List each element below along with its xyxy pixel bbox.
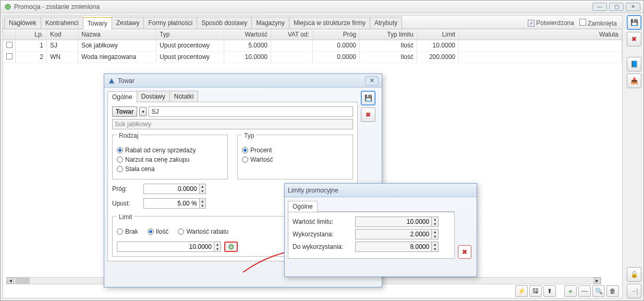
prog-label: Próg: — [112, 185, 143, 192]
limity-tab-ogolne[interactable]: Ogólne — [288, 201, 318, 212]
limity-dialog-title-bar: Limity promocyjne — [285, 184, 477, 197]
lightning-button[interactable]: ⚡ — [515, 285, 528, 297]
rodzaj-opt-rabat[interactable]: Rabat od ceny sprzedaży — [117, 147, 223, 154]
add-button[interactable]: ＋ — [564, 285, 577, 297]
tab-magazyny[interactable]: Magazyny — [251, 17, 289, 29]
towar-dialog-close[interactable]: ✕ — [365, 76, 379, 86]
scroll-left-button[interactable]: ◄ — [7, 278, 14, 284]
towar-lookup-button[interactable]: Towar — [112, 106, 137, 117]
tab-sposob[interactable]: Sposób dostawy — [197, 17, 252, 29]
limity-dialog: Limity promocyjne Ogólne Wartość limitu:… — [284, 183, 477, 277]
tab-naglowek[interactable]: Nagłówek — [4, 17, 41, 29]
towar-tab-notatki[interactable]: Notatki — [169, 91, 198, 102]
app-icon — [4, 3, 12, 11]
typ-opt-procent[interactable]: Procent — [242, 147, 348, 154]
col-wartosc[interactable]: Wartość — [224, 29, 271, 40]
limit-opt-ilosc[interactable]: Ilość — [148, 228, 169, 235]
upload-button[interactable]: ⬆ — [543, 285, 556, 297]
wartosc-limitu-input[interactable]: ▲▼ — [355, 216, 439, 227]
trash-button[interactable]: 🗑 — [606, 285, 619, 297]
col-waluta[interactable]: Waluta — [459, 29, 622, 40]
detach-icon: →| — [630, 287, 638, 295]
col-kod[interactable]: Kod — [47, 29, 78, 40]
typ-opt-wartosc[interactable]: Wartość — [242, 156, 348, 163]
towar-code-input[interactable]: SJ — [149, 106, 353, 117]
upust-input[interactable]: ▲▼ — [143, 198, 206, 209]
col-vat[interactable]: VAT od: — [271, 29, 313, 40]
scroll-right-button[interactable]: ► — [593, 278, 601, 284]
grid-body: 1 SJ Sok jabłkowy Upust procentowy 5.000… — [3, 40, 622, 63]
wykorzystana-label: Wykorzystana: — [293, 231, 355, 238]
col-nazwa[interactable]: Nazwa — [78, 29, 156, 40]
lock-icon: 🔓 — [630, 271, 638, 278]
minimize-button[interactable]: — — [592, 3, 607, 11]
remove-button[interactable]: — — [578, 285, 591, 297]
maximize-button[interactable]: ▢ — [609, 3, 624, 11]
status-checks: ✓Potwierdzona Zamknięta — [528, 19, 621, 27]
col-typ-limitu[interactable]: Typ limitu — [360, 29, 417, 40]
close-button[interactable]: ✕ — [626, 3, 640, 11]
main-window: Promocja - zostanie zmieniona — ▢ ✕ Nagł… — [0, 0, 644, 301]
table-row[interactable]: 2 WN Woda niegazowana Upust procentowy 1… — [3, 52, 622, 63]
delete-icon: ✖ — [366, 111, 371, 118]
col-prog[interactable]: Próg — [313, 29, 360, 40]
save-button[interactable]: 💾 — [627, 15, 641, 30]
towar-dialog-icon — [107, 77, 116, 85]
side-panel: 💾 ✖ 📘 📥 🔓 →| — [625, 13, 643, 300]
typ-fieldset: Typ Procent Wartość — [237, 135, 353, 179]
radio-icon — [117, 166, 123, 172]
trash-icon: 🗑 — [610, 287, 616, 295]
import-button[interactable]: 📥 — [627, 74, 641, 88]
search-button[interactable]: 🔍 — [592, 285, 605, 297]
plus-icon: ＋ — [567, 287, 574, 296]
main-tabs: Nagłówek Kontrahenci Towary Zestawy Form… — [3, 16, 622, 29]
tab-formy[interactable]: Formy płatności — [143, 17, 197, 29]
lock-button[interactable]: 🔓 — [627, 267, 641, 282]
minus-icon: — — [581, 287, 588, 295]
radio-icon — [242, 156, 248, 163]
do-wykorzystania-input[interactable]: ▲▼ — [355, 242, 439, 252]
closed-check[interactable]: Zamknięta — [579, 19, 617, 27]
export-button[interactable]: 🖫 — [529, 285, 542, 297]
book-button[interactable]: 📘 — [627, 57, 641, 71]
limity-tabs: Ogólne — [288, 200, 455, 212]
table-row[interactable]: 1 SJ Sok jabłkowy Upust procentowy 5.000… — [3, 40, 622, 52]
tab-atrybuty[interactable]: Atrybuty — [370, 17, 402, 29]
limit-opt-brak[interactable]: Brak — [117, 228, 138, 235]
tab-zestawy[interactable]: Zestawy — [112, 17, 144, 29]
do-wykorzystania-label: Do wykorzystania: — [293, 243, 355, 250]
export-icon: 🖫 — [532, 287, 539, 295]
scroll-thumb[interactable] — [15, 278, 30, 284]
rodzaj-opt-narzut[interactable]: Narzut na cenę zakupu — [117, 156, 223, 163]
window-buttons: — ▢ ✕ — [592, 3, 640, 11]
towar-tab-dostawy[interactable]: Dostawy — [137, 91, 170, 102]
col-lp[interactable]: Lp. — [16, 29, 47, 40]
detach-button[interactable]: →| — [627, 284, 641, 298]
tab-kontrahenci[interactable]: Kontrahenci — [41, 17, 83, 29]
towar-save-button[interactable]: 💾 — [361, 91, 375, 105]
tab-towary[interactable]: Towary — [83, 17, 112, 29]
radio-icon — [117, 147, 123, 153]
limit-value-input[interactable]: ▲▼ — [117, 242, 221, 252]
prog-input[interactable]: ▲▼ — [143, 184, 206, 194]
towar-lookup-dropdown[interactable]: ▼ — [139, 107, 147, 116]
towar-tab-ogolne[interactable]: Ogólne — [107, 91, 137, 102]
confirmed-check[interactable]: ✓Potwierdzona — [528, 19, 574, 27]
row-check[interactable] — [6, 42, 13, 48]
row-check[interactable] — [6, 53, 13, 59]
import-icon: 📥 — [630, 77, 638, 85]
search-icon: 🔍 — [595, 287, 603, 295]
rodzaj-opt-stala[interactable]: Stała cena — [117, 165, 223, 173]
wykorzystana-input[interactable]: ▲▼ — [355, 229, 439, 239]
title-bar: Promocja - zostanie zmieniona — ▢ ✕ — [1, 1, 643, 13]
limit-settings-button[interactable]: ⚙ — [224, 242, 238, 252]
tab-miejsca[interactable]: Miejsca w strukturze firmy — [289, 17, 370, 29]
col-typ[interactable]: Typ — [156, 29, 224, 40]
towar-tabs: Ogólne Dostawy Notatki — [107, 91, 358, 102]
cancel-button[interactable]: ✖ — [627, 32, 641, 46]
towar-cancel-button[interactable]: ✖ — [361, 107, 375, 122]
col-limit[interactable]: Limit — [417, 29, 459, 40]
radio-icon — [148, 228, 154, 235]
limity-close-button[interactable]: ✖ — [458, 245, 471, 259]
limit-opt-wartosc-rabatu[interactable]: Wartość rabatu — [178, 228, 228, 235]
